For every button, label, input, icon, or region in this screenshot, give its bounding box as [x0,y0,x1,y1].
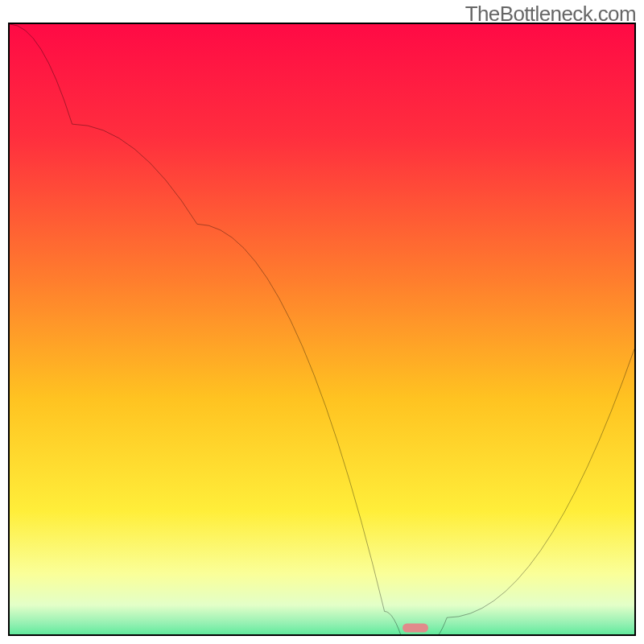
bottleneck-chart: TheBottleneck.com [0,0,644,644]
watermark-text: TheBottleneck.com [465,2,636,27]
plot-area [8,23,636,636]
bottleneck-curve [10,24,634,636]
optimal-marker [402,624,428,633]
curve-layer [10,24,634,636]
